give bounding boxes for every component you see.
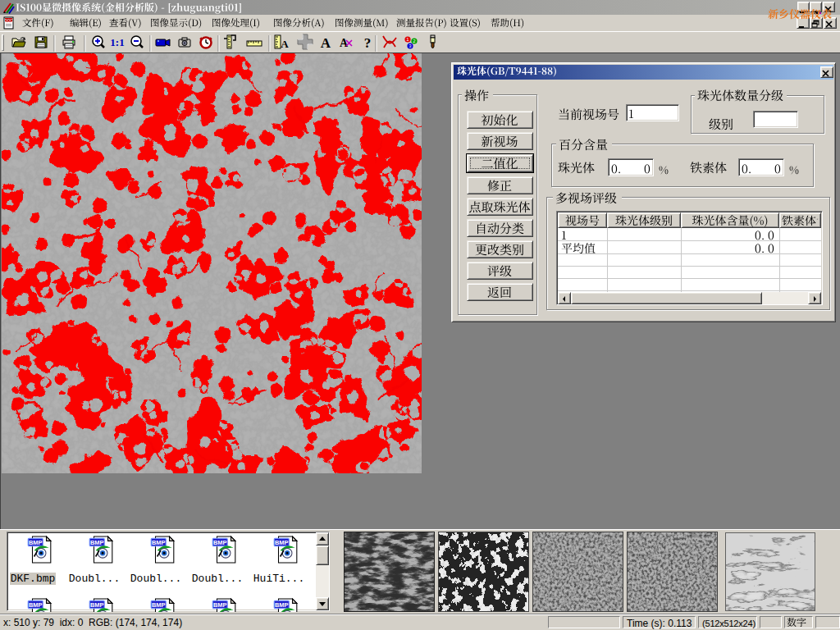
svg-text:BMP: BMP (29, 539, 43, 546)
svg-text:BMP: BMP (275, 601, 289, 609)
svg-text:BMP: BMP (152, 539, 166, 546)
svg-text:BMP: BMP (29, 601, 43, 609)
svg-text:BMP: BMP (90, 539, 104, 546)
svg-text:BMP: BMP (213, 539, 227, 546)
svg-text:BMP: BMP (90, 601, 104, 609)
svg-text:BMP: BMP (275, 539, 289, 546)
svg-text:BMP: BMP (152, 601, 166, 609)
svg-text:BMP: BMP (213, 601, 227, 609)
